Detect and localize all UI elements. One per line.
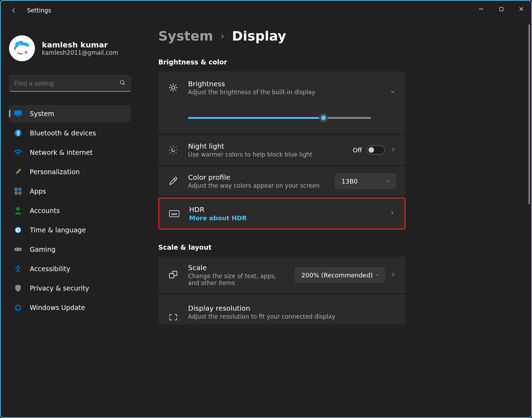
svg-point-21 <box>16 249 17 250</box>
nav-item-label: Personalization <box>30 168 80 176</box>
night-light-icon <box>168 145 178 154</box>
hdr-title: HDR <box>189 205 380 214</box>
svg-rect-9 <box>14 110 22 115</box>
back-button[interactable] <box>9 6 19 15</box>
card-scale[interactable]: Scale Change the size of text, apps, and… <box>158 257 406 293</box>
card-display-resolution[interactable]: Display resolution Adjust the resolution… <box>158 295 406 324</box>
breadcrumb-parent[interactable]: System <box>158 28 213 44</box>
chevron-right-icon: › <box>221 31 224 41</box>
svg-rect-14 <box>18 188 21 191</box>
slider-thumb[interactable] <box>319 113 328 122</box>
nav-item-gaming[interactable]: Gaming <box>9 241 131 258</box>
brush-icon <box>14 168 22 176</box>
svg-point-23 <box>17 265 19 267</box>
breadcrumb-current: Display <box>232 28 286 44</box>
shield-icon <box>14 284 22 292</box>
svg-point-5 <box>19 44 20 45</box>
brightness-slider[interactable] <box>188 114 371 122</box>
card-brightness[interactable]: Brightness Adjust the brightness of the … <box>158 71 406 134</box>
scale-sub: Change the size of text, apps, and other… <box>188 273 285 286</box>
search-box[interactable] <box>9 75 131 92</box>
svg-line-40 <box>170 153 171 153</box>
svg-text:HDR: HDR <box>171 213 177 216</box>
scale-title: Scale <box>188 264 285 272</box>
titlebar: Settings <box>1 1 531 20</box>
svg-rect-16 <box>18 192 21 195</box>
svg-rect-20 <box>14 248 22 251</box>
eyedropper-icon <box>168 177 178 186</box>
svg-rect-10 <box>16 116 20 117</box>
wifi-icon <box>14 148 22 157</box>
svg-line-30 <box>175 90 176 91</box>
svg-line-41 <box>176 147 177 148</box>
clock-icon <box>14 226 22 234</box>
nav-item-label: Accessibility <box>30 265 70 273</box>
chevron-down-icon <box>386 179 391 184</box>
nav-item-label: Accounts <box>30 207 60 214</box>
maximize-button[interactable] <box>491 1 511 17</box>
chevron-right-icon[interactable] <box>390 146 396 154</box>
card-hdr[interactable]: HDR HDR More about HDR <box>158 197 406 230</box>
color-profile-sub: Adjust the way colors appear on your scr… <box>188 182 325 189</box>
nav-item-accessibility[interactable]: Accessibility <box>9 260 131 277</box>
person-icon <box>14 206 22 215</box>
night-light-toggle[interactable] <box>367 145 385 154</box>
main-content: System › Display Brightness & color Brig… <box>139 20 531 417</box>
nav-item-label: Windows Update <box>30 304 85 311</box>
apps-icon <box>14 187 22 195</box>
close-button[interactable] <box>511 1 531 17</box>
svg-point-12 <box>17 154 19 155</box>
update-icon <box>14 303 22 312</box>
nav-item-accounts[interactable]: Accounts <box>9 202 131 219</box>
display-icon <box>14 109 22 118</box>
svg-line-29 <box>170 85 171 86</box>
avatar <box>9 35 35 61</box>
svg-line-8 <box>123 83 125 85</box>
svg-rect-45 <box>169 274 174 278</box>
nav-item-label: Bluetooth & devices <box>30 129 96 137</box>
svg-point-6 <box>25 51 27 54</box>
sidebar: kamlesh kumar kamlesh2011@gmail.com Syst… <box>1 20 139 417</box>
nav-item-label: System <box>30 110 54 117</box>
nav-item-label: Privacy & security <box>30 284 89 292</box>
svg-point-7 <box>120 80 124 84</box>
chevron-down-icon[interactable] <box>390 89 396 96</box>
section-scale-layout: Scale & layout <box>158 243 406 251</box>
color-profile-dropdown[interactable]: 13B0 <box>335 174 396 189</box>
scrollbar[interactable] <box>529 24 530 204</box>
search-icon <box>119 80 126 87</box>
svg-point-24 <box>171 86 175 89</box>
card-night-light[interactable]: Night light Use warmer colors to help bl… <box>158 135 406 165</box>
nav-item-bluetooth[interactable]: Bluetooth & devices <box>9 124 131 142</box>
svg-point-22 <box>19 249 20 250</box>
chevron-right-icon[interactable] <box>389 210 395 217</box>
hdr-link[interactable]: More about HDR <box>189 214 380 222</box>
resolution-sub: Adjust the resolution to fit your connec… <box>188 313 396 320</box>
nav-item-windows-update[interactable]: Windows Update <box>9 299 131 316</box>
svg-rect-15 <box>15 192 18 195</box>
nav-item-time-language[interactable]: Time & language <box>9 221 131 239</box>
night-light-title: Night light <box>188 142 343 150</box>
chevron-down-icon <box>375 273 380 277</box>
nav-item-personalization[interactable]: Personalization <box>9 163 131 180</box>
card-color-profile[interactable]: Color profile Adjust the way colors appe… <box>158 166 406 196</box>
user-name: kamlesh kumar <box>42 41 118 49</box>
chevron-right-icon[interactable] <box>390 272 396 279</box>
user-block[interactable]: kamlesh kumar kamlesh2011@gmail.com <box>9 35 131 61</box>
svg-line-32 <box>175 85 176 86</box>
nav: System Bluetooth & devices Network & int… <box>9 105 131 318</box>
sun-icon <box>168 83 178 92</box>
color-profile-title: Color profile <box>188 173 325 181</box>
scale-dropdown[interactable]: 200% (Recommended) <box>295 267 385 283</box>
nav-item-network[interactable]: Network & internet <box>9 144 131 161</box>
svg-line-31 <box>170 90 171 91</box>
svg-point-17 <box>16 207 20 211</box>
resolution-icon <box>168 313 178 321</box>
window-buttons <box>471 1 531 17</box>
minimize-button[interactable] <box>471 1 491 17</box>
nav-item-apps[interactable]: Apps <box>9 183 131 200</box>
nav-item-system[interactable]: System <box>9 105 131 122</box>
search-input[interactable] <box>14 80 119 87</box>
resolution-title: Display resolution <box>188 304 396 312</box>
nav-item-privacy[interactable]: Privacy & security <box>9 279 131 297</box>
